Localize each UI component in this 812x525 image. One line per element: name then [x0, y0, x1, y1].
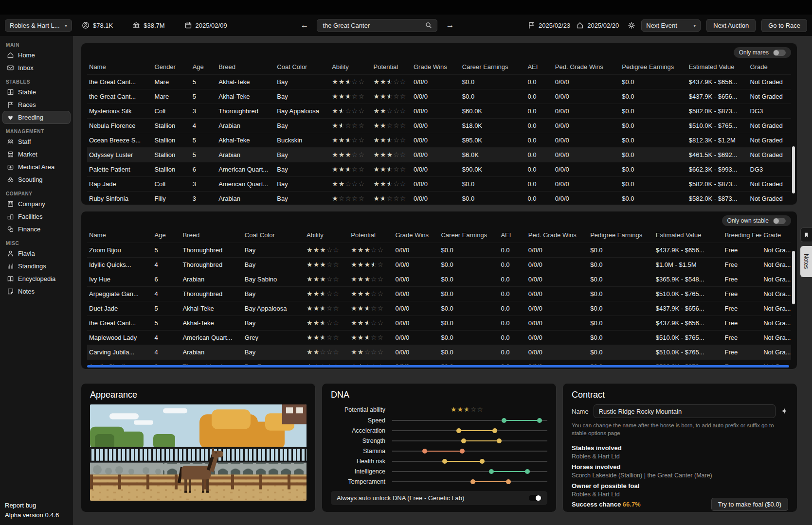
only-own-stable-toggle[interactable]: Only own stable	[722, 215, 791, 226]
table-row[interactable]: Palette PatientStallion6American Quart..…	[87, 162, 791, 176]
column-header-grade-wins[interactable]: Grade Wins	[412, 60, 460, 74]
vertical-scrollbar[interactable]	[792, 146, 795, 193]
table-row[interactable]: Duet Jade5Akhal-TekeBay Appaloosa★★★☆☆☆★…	[87, 301, 791, 315]
table-cell: 0/0/0	[553, 191, 620, 202]
sidebar-item-company[interactable]: Company	[3, 198, 70, 210]
forward-arrow[interactable]: →	[443, 20, 456, 30]
medical-icon	[7, 163, 14, 171]
table-row[interactable]: Maplewood Lady4American Quart...Grey★★★☆…	[87, 330, 791, 345]
column-header-breeding-fee[interactable]: Breeding Fee	[723, 228, 762, 243]
table-row[interactable]: Odyssey LusterStallion5ArabianBay★★★☆☆★★…	[87, 147, 791, 162]
vertical-scrollbar[interactable]	[792, 251, 795, 304]
search-input[interactable]	[322, 21, 425, 30]
table-cell: $0.0	[620, 176, 686, 191]
sidebar-item-medical-area[interactable]: Medical Area	[3, 161, 70, 173]
search-box[interactable]	[317, 19, 437, 32]
notes-tab[interactable]: Notes	[800, 246, 812, 277]
column-header-ped-grade-wins[interactable]: Ped. Grade Wins	[553, 60, 620, 74]
star-rating: ★★★☆☆	[351, 290, 384, 298]
column-header-pedigree-earnings[interactable]: Pedigree Earnings	[588, 228, 654, 243]
table-row[interactable]: Arpeggiate Gan...4ThoroughbredBay★★★☆☆☆★…	[87, 286, 791, 301]
table-row[interactable]: the Great Cant...Mare5Akhal-TekeBay★★★☆☆…	[87, 74, 791, 89]
table-row[interactable]: Nebula FlorenceStallion4ArabianBay★★☆☆☆☆…	[87, 118, 791, 133]
column-header-career-earnings[interactable]: Career Earnings	[439, 228, 499, 243]
column-header-estimated-value[interactable]: Estimated Value	[654, 228, 723, 243]
sidebar-item-notes[interactable]: Notes	[3, 285, 70, 298]
only-mares-switch[interactable]	[773, 50, 786, 56]
column-header-ability[interactable]: Ability	[330, 60, 371, 74]
company-select[interactable]: Robles & Hart L... ▾	[5, 19, 72, 32]
only-mares-toggle[interactable]: Only mares	[734, 47, 791, 58]
auto-unlock-dna-row[interactable]: Always auto unlock DNA (Free - Genetic L…	[331, 491, 547, 505]
column-header-potential[interactable]: Potential	[372, 60, 412, 74]
go-to-race-button[interactable]: Go to Race	[761, 19, 807, 32]
table-cell: ★★★☆☆☆	[349, 301, 393, 315]
table-row[interactable]: the Great Cant...Mare5Akhal-TekeBay★★★☆☆…	[87, 89, 791, 104]
horizontal-scrollbar[interactable]	[87, 365, 789, 368]
next-event-select-value: Next Event	[646, 22, 677, 29]
only-own-stable-switch[interactable]	[773, 218, 786, 224]
gear-icon[interactable]	[628, 21, 635, 29]
sidebar-item-scouting[interactable]: Scouting	[3, 174, 70, 186]
bookmark-tab[interactable]	[800, 228, 812, 242]
sidebar-item-breeding[interactable]: Breeding	[3, 111, 70, 123]
star-rating: ★★☆☆☆☆	[374, 194, 407, 202]
make-foal-button[interactable]: Try to make foal ($0.0)	[711, 498, 788, 511]
table-row[interactable]: Ivy Hue6ArabianBay Sabino★★★☆☆★★★☆☆0/0/0…	[87, 272, 791, 286]
column-header-grade-wins[interactable]: Grade Wins	[393, 228, 439, 243]
column-header-name[interactable]: Name	[87, 60, 153, 74]
sidebar-item-finance[interactable]: Finance	[3, 223, 70, 235]
auto-unlock-switch[interactable]	[529, 495, 541, 501]
column-header-grade[interactable]: Grade	[761, 228, 791, 243]
foal-name-input[interactable]	[594, 404, 776, 418]
column-header-grade[interactable]: Grade	[748, 60, 791, 74]
sidebar-item-standings[interactable]: Standings	[3, 260, 70, 272]
table-cell: Bay	[275, 74, 330, 89]
column-header-estimated-value[interactable]: Estimated Value	[687, 60, 748, 74]
table-cell: Grey	[243, 330, 305, 345]
table-row[interactable]: Mysterious SilkColt3ThoroughbredBay Appa…	[87, 104, 791, 118]
column-header-age[interactable]: Age	[191, 60, 217, 74]
sidebar-item-facilities[interactable]: Facilities	[3, 210, 70, 223]
column-header-gender[interactable]: Gender	[153, 60, 191, 74]
column-header-breed[interactable]: Breed	[217, 60, 275, 74]
sidebar-item-market[interactable]: Market	[3, 148, 70, 160]
column-header-potential[interactable]: Potential	[349, 228, 393, 243]
sidebar-item-home[interactable]: Home	[3, 49, 70, 61]
sidebar-item-stable[interactable]: Stable	[3, 86, 70, 98]
table-row[interactable]: Idyllic Quicks...4ThoroughbredBay★★★☆☆★★…	[87, 257, 791, 272]
table-row[interactable]: Rap JadeColt3American Quart...Bay★★☆☆☆★★…	[87, 176, 791, 191]
range-max-dot	[497, 438, 502, 443]
column-header-age[interactable]: Age	[153, 228, 181, 243]
table-row[interactable]: Ocean Breeze S...Stallion5Akhal-TekeBuck…	[87, 133, 791, 147]
column-header-aei[interactable]: AEI	[499, 228, 526, 243]
table-cell: ★★★☆☆☆	[349, 315, 393, 330]
table-row[interactable]: the Great Cant...5Akhal-TekeBay★★★☆☆☆★★★…	[87, 315, 791, 330]
report-bug-link[interactable]: Report bug	[5, 501, 68, 510]
column-header-pedigree-earnings[interactable]: Pedigree Earnings	[620, 60, 686, 74]
sidebar-item-inbox[interactable]: Inbox	[3, 62, 70, 74]
column-header-ability[interactable]: Ability	[305, 228, 349, 243]
back-arrow[interactable]: ←	[298, 20, 311, 30]
table-cell: 0/0/0	[393, 257, 439, 272]
sidebar-item-encyclopedia[interactable]: Encyclopedia	[3, 273, 70, 285]
sparkle-icon[interactable]	[780, 407, 788, 415]
column-header-aei[interactable]: AEI	[525, 60, 553, 74]
column-header-ped-grade-wins[interactable]: Ped. Grade Wins	[526, 228, 588, 243]
next-auction-button[interactable]: Next Auction	[706, 19, 756, 32]
sidebar-item-races[interactable]: Races	[3, 99, 70, 111]
bank-icon	[132, 21, 140, 29]
table-row[interactable]: Zoom Bijou5ThoroughbredBay★★★☆☆★★★☆☆0/0/…	[87, 243, 791, 257]
sidebar-item-flavia[interactable]: Flavia	[3, 247, 70, 260]
column-header-name[interactable]: Name	[87, 228, 153, 243]
next-event-select[interactable]: Next Event ▾	[641, 19, 701, 32]
column-header-career-earnings[interactable]: Career Earnings	[460, 60, 526, 74]
table-row[interactable]: Ruby SinfoniaFilly3ArabianBay★☆☆☆☆★★☆☆☆☆…	[87, 191, 791, 202]
table-row[interactable]: Carving Jubila...4ArabianBay★★☆☆☆★★☆☆☆0/…	[87, 345, 791, 359]
table-cell: $90.0K	[460, 162, 526, 176]
sidebar-item-staff[interactable]: Staff	[3, 136, 70, 148]
column-header-coat-color[interactable]: Coat Color	[275, 60, 330, 74]
column-header-breed[interactable]: Breed	[180, 228, 242, 243]
column-header-coat-color[interactable]: Coat Color	[243, 228, 305, 243]
star-rating: ★★★☆☆☆	[307, 304, 340, 312]
